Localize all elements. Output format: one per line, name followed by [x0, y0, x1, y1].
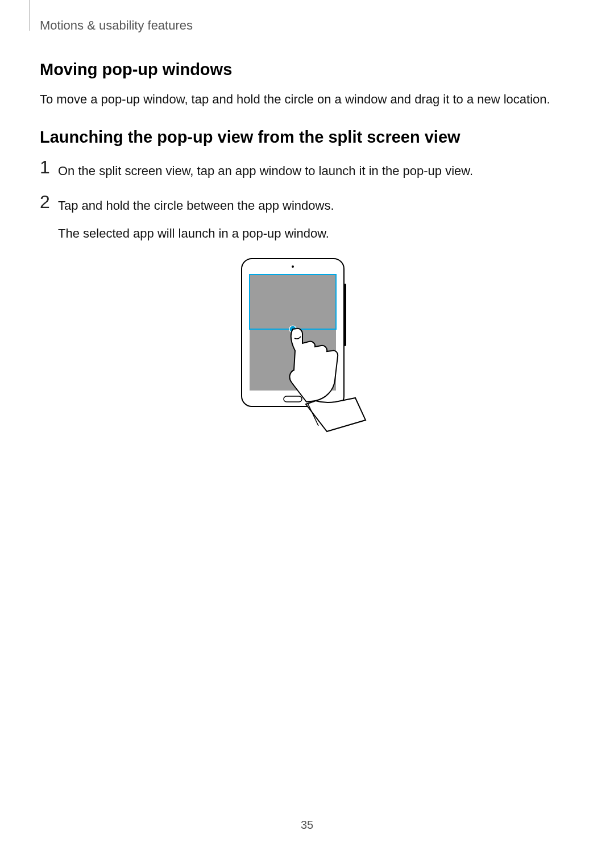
- heading-moving-popup: Moving pop-up windows: [40, 60, 580, 79]
- list-number-2: 2: [40, 193, 58, 211]
- list-item-2: 2 Tap and hold the circle between the ap…: [40, 193, 580, 243]
- numbered-list: 1 On the split screen view, tap an app w…: [40, 158, 580, 243]
- page: Motions & usability features Moving pop-…: [0, 0, 614, 868]
- heading-launching-popup: Launching the pop-up view from the split…: [40, 128, 580, 147]
- list-body-2-line1: Tap and hold the circle between the app …: [58, 198, 334, 213]
- list-body-2: Tap and hold the circle between the app …: [58, 193, 580, 243]
- illustration-tablet-tap: [40, 255, 580, 445]
- page-number: 35: [0, 819, 614, 832]
- para-moving-popup: To move a pop-up window, tap and hold th…: [40, 90, 580, 109]
- list-body-2-line2: The selected app will launch in a pop-up…: [58, 224, 580, 243]
- list-body-1: On the split screen view, tap an app win…: [58, 158, 580, 180]
- list-item-1: 1 On the split screen view, tap an app w…: [40, 158, 580, 180]
- svg-rect-1: [344, 284, 346, 346]
- section-header: Motions & usability features: [40, 18, 193, 33]
- list-number-1: 1: [40, 158, 58, 176]
- margin-line: [30, 0, 30, 31]
- svg-point-2: [292, 265, 294, 268]
- tablet-tap-svg: [225, 255, 395, 443]
- svg-rect-5: [250, 275, 336, 329]
- content-area: Moving pop-up windows To move a pop-up w…: [40, 60, 580, 445]
